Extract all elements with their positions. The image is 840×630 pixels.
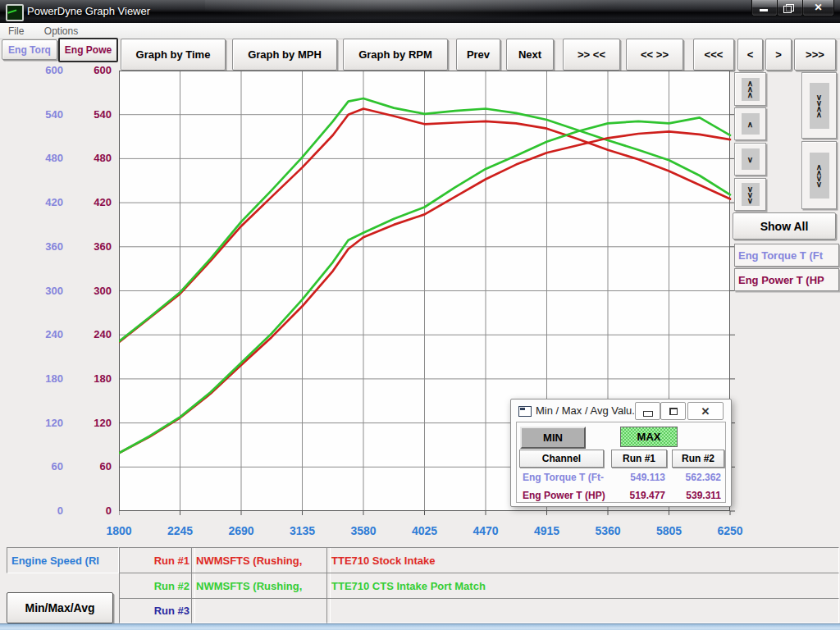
dialog-close-button[interactable]: ✕ xyxy=(687,402,724,420)
torque-channel-chip[interactable]: Eng Torque T (Ft xyxy=(734,244,839,267)
power-axis-tick-label: 120 xyxy=(62,417,112,429)
graph-by-mph-button[interactable]: Graph by MPH xyxy=(232,39,337,71)
power-axis-tick-label: 300 xyxy=(62,285,112,297)
next-button[interactable]: Next xyxy=(506,39,554,71)
x-axis-channel-field[interactable]: Engine Speed (RI xyxy=(7,547,119,573)
scale-down-fast-button[interactable]: ∨∨∨ xyxy=(734,178,766,211)
scale-up-button[interactable]: ∧ xyxy=(734,107,766,140)
scroll-far-right-button[interactable]: >>> xyxy=(794,39,836,71)
torque-axis-tick-label: 540 xyxy=(14,108,63,121)
channel-column-header[interactable]: Channel xyxy=(519,450,604,468)
rpm-axis-tick-label: 1800 xyxy=(93,524,145,537)
run1-description-field[interactable]: TTE710 Stock Intake xyxy=(326,547,839,573)
torque-axis-tick-label: 360 xyxy=(14,240,63,253)
zoom-in-x-button[interactable]: >> << xyxy=(563,39,620,71)
power-axis-tick-label: 240 xyxy=(62,328,112,340)
minimize-button[interactable] xyxy=(751,0,778,16)
dialog-close-icon: ✕ xyxy=(701,405,710,418)
run2-column-header[interactable]: Run #2 xyxy=(672,450,724,468)
rpm-axis-tick-label: 3580 xyxy=(337,524,390,537)
power-axis-tick-label: 180 xyxy=(62,372,112,385)
rpm-axis-tick-label: 2245 xyxy=(154,524,207,537)
window-title: PowerDyne Graph Viewer xyxy=(27,5,150,17)
menu-file[interactable]: File xyxy=(0,24,32,39)
chevron-up-icon: ∧ xyxy=(742,113,760,135)
torque-axis-tick-label: 180 xyxy=(14,372,63,385)
power-axis-tick-label: 480 xyxy=(62,152,112,164)
run2-label: Run #2 xyxy=(119,573,195,599)
run3-operator-field[interactable] xyxy=(191,598,331,623)
torque-axis-tick-label: 60 xyxy=(14,460,63,472)
rpm-axis-tick-label: 3135 xyxy=(276,524,329,537)
min-max-avg-dialog: Min / Max / Avg Valu... ✕ MIN MAX Channe… xyxy=(510,399,732,507)
dialog-maximize-icon xyxy=(669,408,678,415)
run2-operator-field[interactable]: NWMSFTS (Rushing, xyxy=(191,573,331,599)
rpm-axis-tick-label: 4915 xyxy=(521,524,573,537)
titlebar-gloss xyxy=(205,0,664,23)
torque-axis-tick-label: 420 xyxy=(14,196,63,208)
power-axis-tick-label: 0 xyxy=(62,504,112,517)
window-frame-bottom xyxy=(0,623,840,630)
power-channel-chip[interactable]: Eng Power T (HP xyxy=(734,268,839,291)
power-axis-tick-label: 60 xyxy=(62,460,112,472)
scroll-left-button[interactable]: < xyxy=(737,39,763,71)
prev-button[interactable]: Prev xyxy=(456,39,500,71)
show-all-button[interactable]: Show All xyxy=(733,212,836,240)
rpm-axis-tick-label: 6250 xyxy=(704,524,756,537)
compress-chevrons-icon: ∨∨∧∧ xyxy=(810,83,829,129)
dialog-window-icon xyxy=(518,406,532,417)
run1-operator-field[interactable]: NWMSFTS (Rushing, xyxy=(191,547,331,573)
dialog-minimize-button[interactable] xyxy=(635,402,660,420)
torque-axis-tick-label: 480 xyxy=(14,152,63,164)
power-axis-tick-label: 540 xyxy=(62,108,112,121)
minimize-icon xyxy=(760,9,768,11)
tab-eng-torque-axis[interactable]: Eng Torq xyxy=(2,39,57,60)
zoom-out-x-button[interactable]: << >> xyxy=(626,39,683,71)
power-run2-max-value: 539.311 xyxy=(664,490,721,501)
close-button[interactable]: ✕ xyxy=(802,0,834,16)
run3-label: Run #3 xyxy=(119,598,195,623)
rpm-axis-tick-label: 5360 xyxy=(582,524,634,537)
torque-axis-tick-label: 600 xyxy=(14,64,63,76)
chevron-down-icon: ∨ xyxy=(742,148,760,170)
tab-eng-power-axis[interactable]: Eng Powe xyxy=(58,38,118,62)
power-run1-max-value: 519.477 xyxy=(608,490,665,501)
graph-by-time-button[interactable]: Graph by Time xyxy=(121,39,226,71)
run1-label: Run #1 xyxy=(119,547,195,573)
run3-description-field[interactable] xyxy=(326,598,839,623)
expand-chevrons-icon: ∧∧∨∨ xyxy=(810,153,829,199)
run2-description-field[interactable]: TTE710 CTS Intake Port Match xyxy=(326,573,839,599)
max-toggle-button[interactable]: MAX xyxy=(620,427,678,447)
menu-options[interactable]: Options xyxy=(36,24,86,39)
min-toggle-button[interactable]: MIN xyxy=(520,427,586,449)
app-icon xyxy=(6,4,24,21)
min-max-avg-button[interactable]: Min/Max/Avg xyxy=(7,592,113,623)
graph-by-rpm-button[interactable]: Graph by RPM xyxy=(343,39,448,71)
run1-column-header[interactable]: Run #1 xyxy=(611,450,667,468)
triple-chevron-up-icon: ∧∧∧ xyxy=(742,78,760,101)
rpm-axis-tick-label: 4470 xyxy=(459,524,512,537)
power-axis-tick-label: 600 xyxy=(62,64,112,76)
rpm-axis-tick-label: 4025 xyxy=(399,524,451,537)
title-bar: PowerDyne Graph Viewer ✕ xyxy=(0,0,840,23)
dialog-minimize-icon xyxy=(643,411,653,417)
power-axis-tick-label: 420 xyxy=(62,196,112,208)
rpm-axis-tick-label: 5805 xyxy=(643,524,696,537)
dialog-title: Min / Max / Avg Valu... xyxy=(536,404,641,417)
dialog-maximize-button[interactable] xyxy=(660,402,686,420)
scroll-far-left-button[interactable]: <<< xyxy=(693,39,734,71)
torque-axis-tick-label: 240 xyxy=(14,328,63,340)
scroll-right-button[interactable]: > xyxy=(765,39,792,71)
compress-scale-button[interactable]: ∨∨∧∧ xyxy=(801,72,837,139)
torque-axis-tick-label: 0 xyxy=(14,504,63,517)
scale-down-button[interactable]: ∨ xyxy=(734,143,766,176)
power-axis-tick-label: 360 xyxy=(62,240,112,253)
menu-bar: File Options xyxy=(0,23,840,39)
powerdyne-window: PowerDyne Graph Viewer ✕ File Options En… xyxy=(0,0,840,630)
maximize-button[interactable] xyxy=(777,0,803,16)
close-icon: ✕ xyxy=(803,2,833,13)
expand-scale-button[interactable]: ∧∧∨∨ xyxy=(801,141,837,209)
torque-axis-tick-label: 120 xyxy=(14,417,63,429)
scale-up-fast-button[interactable]: ∧∧∧ xyxy=(734,72,766,106)
torque-run2-max-value: 562.362 xyxy=(664,472,721,483)
